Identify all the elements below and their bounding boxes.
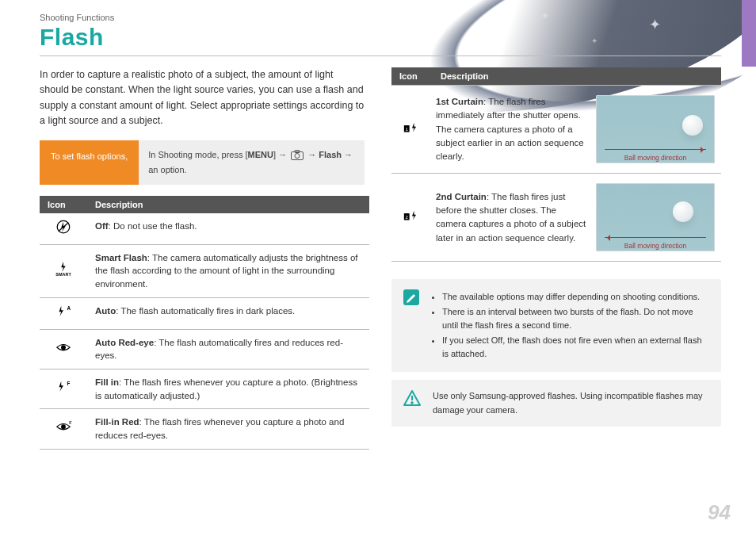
callout-text: ] →: [273, 150, 287, 159]
svg-text:2: 2: [406, 215, 408, 220]
info-item: The available options may differ dependi…: [442, 290, 710, 304]
th-icon: Icon: [40, 196, 87, 213]
flash-smart-icon: SMART: [55, 261, 72, 275]
left-column: In order to capture a realistic photo of…: [35, 67, 365, 450]
svg-text:A: A: [67, 305, 71, 311]
thumbnail-caption: Ball moving direction: [597, 242, 714, 250]
instruction-callout: To set flash options, In Shooting mode, …: [40, 140, 365, 185]
page-title: Flash: [40, 24, 721, 56]
table-row: Off: Do not use the flash.: [40, 213, 369, 245]
first-curtain-icon: 1: [403, 121, 421, 136]
option-text: : The flash fires whenever you capture a…: [95, 377, 357, 400]
table-row: F Fill-in Red: The flash fires whenever …: [40, 409, 369, 449]
svg-text:1: 1: [406, 126, 408, 131]
second-curtain-icon: 2: [403, 209, 421, 224]
example-thumbnail: Ball moving direction: [596, 95, 715, 163]
menu-key: MENU: [248, 150, 273, 159]
th-desc: Description: [433, 67, 721, 85]
camera-icon: [291, 150, 304, 164]
option-title: Auto: [95, 306, 116, 316]
svg-text:F: F: [69, 421, 72, 426]
svg-point-7: [61, 345, 66, 350]
th-desc: Description: [87, 196, 369, 213]
callout-steps: In Shooting mode, press [MENU] → → Flash…: [139, 140, 365, 185]
direction-arrow-icon: [605, 237, 706, 238]
curtain-table-head: Icon Description: [391, 67, 721, 85]
info-note: The available options may differ dependi…: [391, 279, 721, 372]
warning-icon: [403, 389, 422, 416]
warning-note: Use only Samsung-approved flashes. Using…: [391, 380, 721, 426]
example-thumbnail: Ball moving direction: [596, 183, 715, 251]
option-title: Auto Red-eye: [95, 338, 154, 347]
th-icon: Icon: [391, 67, 433, 85]
option-title: 1st Curtain: [436, 97, 483, 106]
info-item: There is an interval between two bursts …: [442, 305, 710, 332]
table-row: A Auto: The flash automatically fires in…: [40, 297, 369, 329]
info-list: The available options may differ dependi…: [431, 289, 710, 362]
svg-point-2: [295, 153, 300, 158]
callout-text: In Shooting mode, press [: [148, 150, 247, 159]
flash-auto-redeye-icon: [55, 340, 72, 354]
right-column: Icon Description 1 1st Curtain: The flas…: [391, 67, 721, 450]
flash-options-table: Icon Description Off: Do not use the fla…: [40, 196, 369, 450]
option-title: Fill in: [95, 377, 119, 387]
warning-text: Use only Samsung-approved flashes. Using…: [433, 389, 710, 416]
option-text: : The flash automatically fires in dark …: [116, 306, 295, 316]
svg-point-9: [61, 425, 66, 430]
direction-arrow-icon: [605, 149, 706, 150]
option-text: : The flash fires immediately after the …: [436, 97, 584, 161]
curtain-row: 2 2nd Curtain: The flash fires just befo…: [391, 174, 721, 262]
flash-fillin-icon: F: [55, 380, 72, 394]
option-title: Off: [95, 221, 109, 231]
flash-fillin-red-icon: F: [55, 419, 72, 434]
svg-text:F: F: [67, 381, 71, 386]
flash-off-icon: [55, 220, 72, 234]
intro-paragraph: In order to capture a realistic photo of…: [40, 67, 365, 129]
table-row: SMART Smart Flash: The camera automatica…: [40, 244, 369, 297]
pencil-note-icon: [403, 289, 420, 362]
table-row: F Fill in: The flash fires whenever you …: [40, 369, 369, 408]
ball-graphic: [673, 201, 693, 222]
ball-graphic: [682, 115, 703, 136]
breadcrumb: Shooting Functions: [40, 13, 721, 22]
svg-point-17: [411, 402, 414, 404]
svg-text:SMART: SMART: [55, 272, 71, 277]
flash-label: Flash: [319, 150, 342, 159]
option-title: 2nd Curtain: [436, 192, 487, 201]
info-item: If you select Off, the flash does not fi…: [442, 334, 710, 361]
curtain-row: 1 1st Curtain: The flash fires immediate…: [391, 85, 721, 174]
page-number: 94: [708, 500, 731, 525]
manual-page: ✦✦✦ Shooting Functions Flash In order to…: [0, 0, 756, 536]
option-text: : Do not use the flash.: [109, 221, 197, 231]
thumbnail-caption: Ball moving direction: [597, 154, 714, 162]
option-title: Fill-in Red: [95, 417, 139, 427]
flash-auto-icon: A: [55, 304, 72, 319]
table-row: Auto Red-eye: The flash automatically fi…: [40, 329, 369, 369]
option-title: Smart Flash: [95, 253, 147, 262]
callout-label: To set flash options,: [40, 140, 139, 185]
